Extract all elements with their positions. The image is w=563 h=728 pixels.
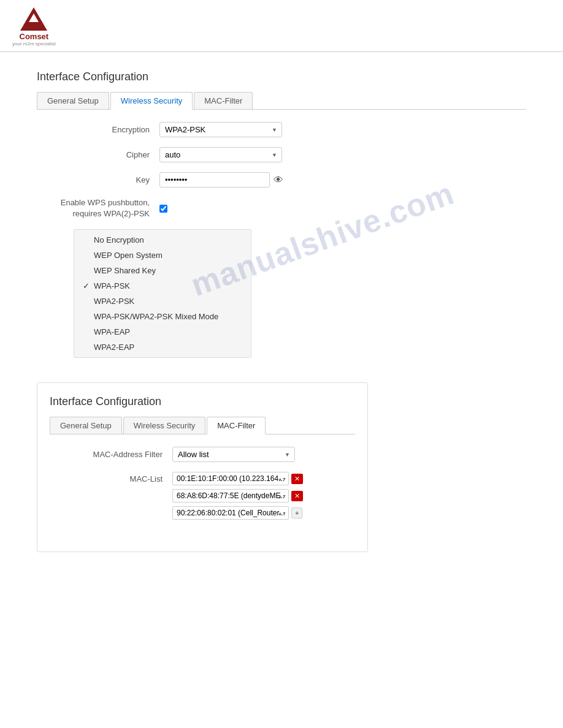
checkmark-wpa-mixed <box>83 312 91 321</box>
tab-general-setup[interactable]: General Setup <box>37 92 109 109</box>
tab2-mac-filter[interactable]: MAC-Filter <box>207 417 266 434</box>
mac-select-wrapper-0: 00:1E:10:1F:00:00 (10.223.164... <box>172 472 289 485</box>
encryption-row: Encryption WPA2-PSK <box>37 122 526 137</box>
cipher-select-wrapper: auto <box>159 147 282 162</box>
section2-tabs: General Setup Wireless Security MAC-Filt… <box>50 417 355 434</box>
section2: Interface Configuration General Setup Wi… <box>37 382 368 552</box>
mac-list-row: MAC-List 00:1E:10:1F:00:00 (10.223.164..… <box>50 472 355 523</box>
checkmark-no-encryption <box>83 235 91 245</box>
dropdown-item-wpa-mixed[interactable]: WPA-PSK/WPA2-PSK Mixed Mode <box>74 309 251 324</box>
header: Comset your m2m specialist <box>0 0 563 52</box>
mac-entry-select-0[interactable]: 00:1E:10:1F:00:00 (10.223.164... <box>172 472 289 485</box>
mac-entry-select-1[interactable]: 68:A8:6D:48:77:5E (dentydeME... <box>172 489 289 502</box>
dropdown-item-wep-shared[interactable]: WEP Shared Key <box>74 263 251 278</box>
encryption-dropdown: No Encryption WEP Open System WEP Shared… <box>74 229 251 358</box>
eye-icon[interactable]: 👁 <box>274 175 283 186</box>
dropdown-item-no-encryption[interactable]: No Encryption <box>74 232 251 248</box>
section1: Interface Configuration General Setup Wi… <box>37 70 526 358</box>
section2-title: Interface Configuration <box>50 395 355 408</box>
mac-select-wrapper-2: 90:22:06:80:02:01 (Cell_Router... <box>172 506 289 520</box>
key-control: 👁 <box>159 172 283 188</box>
encryption-select[interactable]: WPA2-PSK <box>159 122 282 137</box>
tab-mac-filter[interactable]: MAC-Filter <box>194 92 253 109</box>
section1-tabs: General Setup Wireless Security MAC-Filt… <box>37 92 526 110</box>
mac-list-item-0: 00:1E:10:1F:00:00 (10.223.164... ✕ <box>172 472 303 485</box>
cipher-select[interactable]: auto <box>159 147 282 162</box>
mac-list-item-2: 90:22:06:80:02:01 (Cell_Router... + <box>172 506 303 520</box>
mac-filter-select-wrapper: Allow list Deny list <box>172 447 295 462</box>
tab2-wireless-security[interactable]: Wireless Security <box>123 417 205 434</box>
mac-filter-row: MAC-Address Filter Allow list Deny list <box>50 447 355 462</box>
cipher-control: auto <box>159 147 282 162</box>
mac-add-button[interactable]: + <box>291 507 302 518</box>
logo-icon <box>20 7 47 31</box>
tab2-general-setup[interactable]: General Setup <box>50 417 122 434</box>
cipher-row: Cipher auto <box>37 147 526 162</box>
wps-control <box>159 205 167 213</box>
mac-filter-label: MAC-Address Filter <box>50 450 172 459</box>
logo-text: Comset <box>20 32 49 41</box>
checkmark-wpa2-psk <box>83 297 91 306</box>
wps-checkbox[interactable] <box>159 205 167 213</box>
mac-remove-button-0[interactable]: ✕ <box>291 474 303 484</box>
cipher-label: Cipher <box>37 150 159 159</box>
mac-filter-control: Allow list Deny list <box>172 447 295 462</box>
encryption-select-wrapper: WPA2-PSK <box>159 122 282 137</box>
wps-row: Enable WPS pushbutton, requires WPA(2)-P… <box>37 197 526 219</box>
mac-list-label: MAC-List <box>50 472 172 483</box>
key-row: Key 👁 <box>37 172 526 188</box>
tab-wireless-security[interactable]: Wireless Security <box>110 92 193 110</box>
mac-remove-button-1[interactable]: ✕ <box>291 491 303 501</box>
encryption-label: Encryption <box>37 125 159 134</box>
logo: Comset your m2m specialist <box>12 7 56 47</box>
encryption-control: WPA2-PSK <box>159 122 282 137</box>
mac-list-items: 00:1E:10:1F:00:00 (10.223.164... ✕ 68:A8… <box>172 472 303 523</box>
dropdown-item-wpa2-eap[interactable]: WPA2-EAP <box>74 339 251 355</box>
key-input[interactable] <box>159 172 270 188</box>
mac-filter-select[interactable]: Allow list Deny list <box>172 447 295 462</box>
checkmark-wpa2-eap <box>83 343 91 352</box>
wps-label: Enable WPS pushbutton, requires WPA(2)-P… <box>37 197 159 219</box>
checkmark-wpa-eap <box>83 327 91 336</box>
dropdown-item-wpa2-psk[interactable]: WPA2-PSK <box>74 294 251 309</box>
mac-entry-select-2[interactable]: 90:22:06:80:02:01 (Cell_Router... <box>172 506 289 520</box>
key-label: Key <box>37 175 159 184</box>
mac-select-wrapper-1: 68:A8:6D:48:77:5E (dentydeME... <box>172 489 289 502</box>
dropdown-item-wep-open[interactable]: WEP Open System <box>74 248 251 263</box>
section1-title: Interface Configuration <box>37 70 526 83</box>
mac-list-item-1: 68:A8:6D:48:77:5E (dentydeME... ✕ <box>172 489 303 502</box>
checkmark-wpa-psk: ✓ <box>83 281 91 290</box>
dropdown-item-wpa-psk[interactable]: ✓ WPA-PSK <box>74 278 251 294</box>
dropdown-item-wpa-eap[interactable]: WPA-EAP <box>74 324 251 339</box>
checkmark-wep-shared <box>83 266 91 275</box>
logo-subtext: your m2m specialist <box>12 41 56 47</box>
main-content: Interface Configuration General Setup Wi… <box>0 52 563 571</box>
checkmark-wep-open <box>83 251 91 260</box>
